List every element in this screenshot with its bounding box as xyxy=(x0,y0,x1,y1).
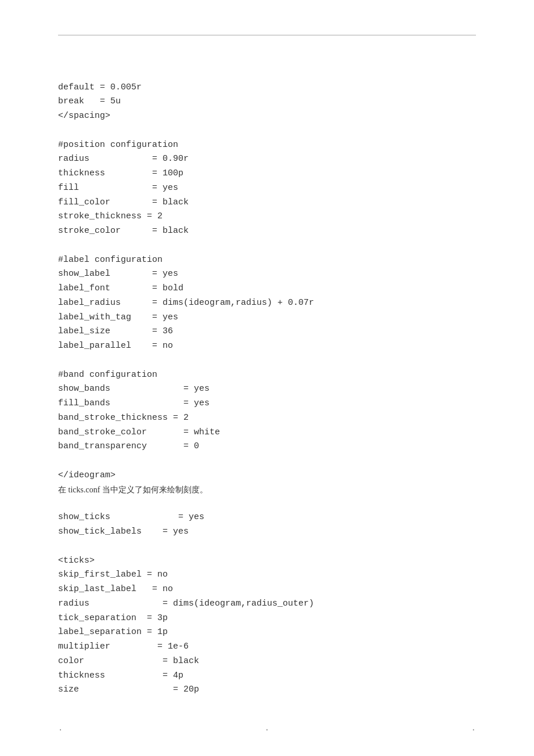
code-line-16: label_with_tag = yes xyxy=(58,311,476,325)
code-line-13: show_label = yes xyxy=(58,267,476,282)
empty-line-29 xyxy=(58,496,476,511)
empty-line-11 xyxy=(58,239,476,253)
bottom-dot-1: . xyxy=(58,723,63,733)
code-line-10: stroke_color = black xyxy=(58,224,476,239)
code-line-0: default = 0.005r xyxy=(58,81,476,95)
code-line-22: fill_bands = yes xyxy=(58,397,476,411)
code-line-8: fill_color = black xyxy=(58,196,476,210)
code-line-1: break = 5u xyxy=(58,95,476,109)
empty-line-3 xyxy=(58,124,476,138)
code-line-28: 在 ticks.conf 当中定义了如何来绘制刻度。 xyxy=(58,483,476,496)
bottom-dot-2: . xyxy=(265,723,269,733)
code-line-12: #label configuration xyxy=(58,253,476,268)
code-line-24: band_stroke_color = white xyxy=(58,426,476,440)
bottom-dots: . . . xyxy=(0,723,534,733)
code-line-23: band_stroke_thickness = 2 xyxy=(58,411,476,426)
top-rule xyxy=(58,35,476,35)
code-line-20: #band configuration xyxy=(58,368,476,383)
code-line-36: radius = dims(ideogram,radius_outer) xyxy=(58,597,476,611)
code-line-33: <ticks> xyxy=(58,554,476,568)
code-line-18: label_parallel = no xyxy=(58,339,476,354)
code-line-35: skip_last_label = no xyxy=(58,582,476,597)
code-line-27: </ideogram> xyxy=(58,469,476,483)
code-line-7: fill = yes xyxy=(58,181,476,196)
code-line-15: label_radius = dims(ideogram,radius) + 0… xyxy=(58,296,476,311)
code-line-21: show_bands = yes xyxy=(58,382,476,397)
code-line-31: show_tick_labels = yes xyxy=(58,525,476,539)
empty-line-32 xyxy=(58,539,476,554)
code-line-14: label_font = bold xyxy=(58,282,476,296)
page-container: default = 0.005rbreak = 5u</spacing>#pos… xyxy=(0,0,534,756)
code-line-5: radius = 0.90r xyxy=(58,152,476,167)
code-line-17: label_size = 36 xyxy=(58,325,476,339)
code-line-34: skip_first_label = no xyxy=(58,568,476,582)
code-line-4: #position configuration xyxy=(58,138,476,153)
code-line-2: </spacing> xyxy=(58,109,476,124)
empty-line-26 xyxy=(58,454,476,469)
code-line-42: size = 20p xyxy=(58,683,476,697)
bottom-dot-3: . xyxy=(471,723,476,733)
code-line-40: color = black xyxy=(58,654,476,669)
code-line-37: tick_separation = 3p xyxy=(58,611,476,626)
code-line-6: thickness = 100p xyxy=(58,167,476,181)
code-line-39: multiplier = 1e-6 xyxy=(58,640,476,654)
code-line-30: show_ticks = yes xyxy=(58,510,476,525)
code-block: default = 0.005rbreak = 5u</spacing>#pos… xyxy=(58,52,476,697)
code-line-38: label_separation = 1p xyxy=(58,625,476,640)
code-line-41: thickness = 4p xyxy=(58,669,476,683)
code-line-9: stroke_thickness = 2 xyxy=(58,210,476,224)
empty-line-19 xyxy=(58,354,476,368)
code-line-25: band_transparency = 0 xyxy=(58,440,476,454)
